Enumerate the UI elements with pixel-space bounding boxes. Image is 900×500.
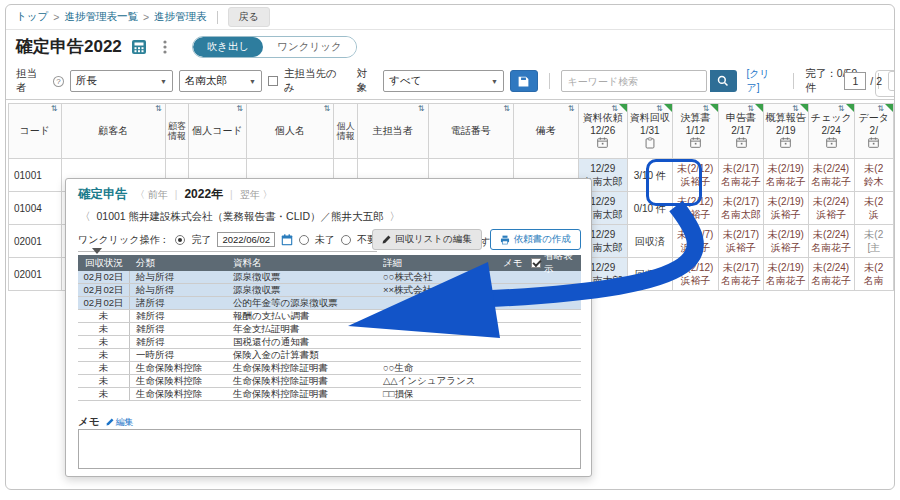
clipboard-icon[interactable] — [628, 137, 672, 150]
sort-icon[interactable]: ⇅ — [877, 105, 884, 113]
collection-row[interactable]: 02月02日諸所得公的年金等の源泉徴収票 — [78, 297, 581, 310]
toggle-oneclick[interactable]: ワンクリック — [263, 37, 355, 57]
cut-off-button[interactable] — [888, 71, 895, 91]
kebab-menu-icon[interactable] — [156, 38, 174, 56]
task-cell[interactable]: 未(2/17)名南花子 — [719, 258, 764, 291]
col-header-person-code[interactable]: ⇅個人コード — [189, 104, 247, 159]
collection-row[interactable]: 02月02日給与所得源泉徴収票××株式会社 — [78, 284, 581, 297]
clear-link[interactable]: [クリア] — [747, 67, 783, 95]
col-header-shinkokusho[interactable]: ⇅申告書2/17 — [719, 104, 764, 159]
collection-row[interactable]: 未一時所得保険入金の計算書類 — [78, 349, 581, 362]
create-request-button[interactable]: 依頼書の作成 — [490, 229, 581, 250]
collection-row[interactable]: 未生命保険料控除生命保険料控除証明書□□損保 — [78, 388, 581, 401]
collection-row[interactable]: 未雑所得年金支払証明書 — [78, 323, 581, 336]
task-cell[interactable]: 未(2鈴木 — [854, 159, 893, 192]
col-header-shiryo-kaishu[interactable]: ⇅資料回収1/31 — [627, 104, 672, 159]
save-button[interactable] — [510, 70, 538, 92]
sort-icon[interactable]: ⇅ — [51, 105, 58, 113]
task-cell[interactable]: 回収済 — [627, 258, 672, 291]
task-cell[interactable]: 未(2/17)浜裕子 — [719, 225, 764, 258]
collection-row[interactable]: 02月02日給与所得源泉徴収票○○株式会社 — [78, 271, 581, 284]
task-cell[interactable]: 未(2/19)浜裕子 — [763, 225, 808, 258]
task-cell[interactable]: 回収済 — [627, 225, 672, 258]
toggle-balloon[interactable]: 吹き出し — [193, 37, 264, 57]
calendar-icon[interactable] — [719, 137, 763, 150]
calendar-icon[interactable] — [579, 137, 627, 150]
date-input[interactable]: 2022/06/02 — [217, 232, 275, 247]
main-client-only-checkbox[interactable] — [268, 76, 278, 86]
memo-textarea[interactable] — [78, 429, 581, 469]
collection-row[interactable]: 未雑所得報酬の支払い調書 — [78, 310, 581, 323]
calendar-icon[interactable] — [281, 234, 293, 246]
calendar-icon[interactable] — [764, 137, 808, 150]
col-header-phone[interactable]: ⇅電話番号 — [428, 104, 513, 159]
task-cell[interactable]: 未(2/24)名南花子 — [808, 225, 854, 258]
breadcrumb-top[interactable]: トップ — [16, 10, 48, 24]
next-year-link[interactable]: 翌年 〉 — [240, 188, 273, 202]
task-cell[interactable]: 未(2/17)名南太郎 — [719, 192, 764, 225]
sort-icon[interactable]: ⇅ — [568, 105, 575, 113]
sort-icon[interactable]: ⇅ — [792, 105, 799, 113]
calendar-icon[interactable] — [809, 137, 854, 150]
task-cell[interactable]: 未(2[主 — [854, 225, 893, 258]
col-header-person-name[interactable]: ⇅個人名 — [246, 104, 333, 159]
sort-icon[interactable]: ⇅ — [503, 105, 510, 113]
prev-client-arrow[interactable]: 〈 — [80, 210, 91, 224]
task-cell[interactable]: 未(2/24)浜裕子 — [808, 192, 854, 225]
help-icon[interactable]: ? — [53, 76, 64, 87]
staff-select[interactable]: 名南太郎▼ — [179, 70, 262, 92]
col-header-note[interactable]: ⇅備考 — [514, 104, 579, 159]
calendar-icon[interactable] — [855, 137, 893, 150]
sort-icon[interactable]: ⇅ — [155, 105, 162, 113]
sort-icon[interactable]: ⇅ — [418, 105, 425, 113]
collection-row[interactable]: 未雑所得国税還付の通知書 — [78, 336, 581, 349]
sort-icon[interactable]: ⇅ — [656, 105, 663, 113]
task-cell[interactable]: 未(10/7)浜裕子 — [672, 225, 718, 258]
col-header-check[interactable]: ⇅チェック2/24 — [808, 104, 854, 159]
col-header-data[interactable]: ⇅データ2/ — [854, 104, 893, 159]
calendar-icon[interactable] — [673, 137, 718, 150]
sort-icon[interactable]: ⇅ — [747, 105, 754, 113]
task-cell[interactable]: 未(2/12)浜裕子 — [672, 258, 718, 291]
task-cell[interactable]: 未(2名南 — [854, 258, 893, 291]
col-header-code[interactable]: ⇅コード — [9, 104, 62, 159]
target-select[interactable]: すべて▼ — [383, 70, 504, 92]
collection-row[interactable]: 未生命保険料控除生命保険料控除証明書○○生命 — [78, 362, 581, 375]
next-client-arrow[interactable]: 〉 — [390, 210, 401, 224]
sort-icon[interactable]: ⇅ — [611, 105, 618, 113]
prev-year-link[interactable]: 〈 前年 — [135, 188, 168, 202]
col-header-customer-name[interactable]: ⇅顧客名 — [61, 104, 165, 159]
col-header-kessansho[interactable]: ⇅決算書1/12 — [672, 104, 718, 159]
col-header-main-staff[interactable]: ⇅主担当者 — [357, 104, 428, 159]
role-select[interactable]: 所長▼ — [70, 70, 173, 92]
col-header-gaisan-hokoku[interactable]: ⇅概算報告2/19 — [763, 104, 808, 159]
radio-undone[interactable] — [299, 235, 309, 245]
task-cell[interactable]: 未(2浜 — [854, 192, 893, 225]
task-cell[interactable]: 未(2/19)浜裕子 — [763, 192, 808, 225]
breadcrumb-current[interactable]: 進捗管理表 — [154, 10, 207, 24]
divider — [217, 11, 218, 24]
task-cell[interactable]: 未(2/24)名南花子 — [808, 159, 854, 192]
sort-icon[interactable]: ⇅ — [324, 105, 331, 113]
col-header-shiryo-irai[interactable]: ⇅資料依頼12/26 — [578, 104, 627, 159]
breadcrumb-separator: > — [143, 11, 149, 23]
breadcrumb-list[interactable]: 進捗管理表一覧 — [64, 10, 138, 24]
radio-done[interactable] — [175, 235, 185, 245]
task-cell[interactable]: 未(2/24)名南花子 — [808, 258, 854, 291]
memo-edit-link[interactable]: 編集 — [106, 416, 134, 429]
sort-icon[interactable]: ⇅ — [702, 105, 709, 113]
search-button[interactable] — [710, 70, 737, 92]
sort-icon[interactable]: ⇅ — [236, 105, 243, 113]
search-input[interactable] — [561, 70, 707, 92]
sort-icon[interactable]: ⇅ — [838, 105, 845, 113]
collection-row[interactable]: 未生命保険料控除生命保険料控除証明書△△インシュアランス — [78, 375, 581, 388]
abbreviate-checkbox[interactable] — [531, 258, 541, 268]
task-cell[interactable]: 未(2/19)名南花子 — [763, 258, 808, 291]
radio-unneeded[interactable] — [341, 235, 351, 245]
task-cell[interactable]: 未(2/19)名南花子 — [763, 159, 808, 192]
task-cell[interactable]: 未(2/17)名南花子 — [719, 159, 764, 192]
page-number-input[interactable]: 1 — [844, 72, 866, 90]
calculator-icon[interactable] — [130, 38, 148, 56]
edit-collection-list-button[interactable]: 回収リストの編集 — [372, 229, 482, 250]
back-button[interactable]: 戻る — [228, 7, 270, 27]
